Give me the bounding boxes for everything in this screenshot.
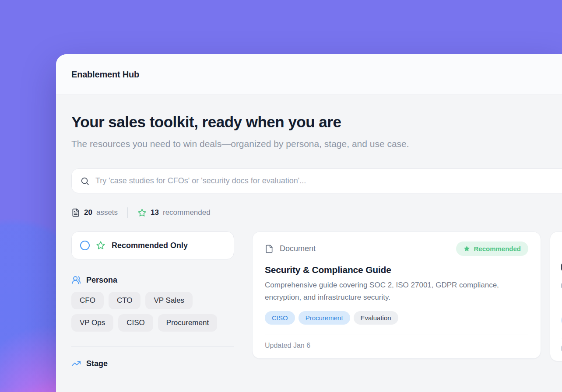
recommended-badge-label: Recommended — [474, 245, 521, 252]
tag-ciso: CISO — [265, 311, 295, 325]
enablement-hub-panel: Enablement Hub Your sales toolkit, ready… — [56, 54, 562, 392]
card-type: Document — [265, 244, 316, 253]
recommended-badge: Recommended — [456, 242, 528, 256]
stage-section-label: Stage — [86, 359, 108, 368]
card-title: Security & Compliance Guide — [265, 265, 528, 275]
search-bar[interactable] — [71, 168, 562, 193]
card-tags: CISO Procurement Evaluation — [265, 311, 528, 325]
trending-up-icon — [71, 359, 81, 368]
recommended-only-label: Recommended Only — [112, 241, 188, 250]
content-area: Recommended Only Persona CFO CTO VP Sale… — [71, 231, 562, 368]
card-description: Comprehensive guide covering SOC 2, ISO … — [265, 279, 524, 304]
filter-sidebar: Recommended Only Persona CFO CTO VP Sale… — [71, 231, 234, 368]
stage-section-header: Stage — [71, 359, 234, 368]
page-subtitle: The resources you need to win deals—orga… — [71, 135, 413, 153]
persona-chip-cfo[interactable]: CFO — [71, 292, 104, 309]
panel-header: Enablement Hub — [56, 54, 562, 95]
search-icon — [80, 176, 90, 186]
assets-count: 20 — [84, 208, 92, 217]
recommended-only-toggle[interactable]: Recommended Only — [71, 231, 234, 259]
sidebar-divider — [71, 346, 234, 346]
star-icon — [96, 241, 105, 250]
card-type-label: Document — [280, 244, 316, 253]
stats-divider — [127, 207, 128, 218]
tag-procurement: Procurement — [299, 311, 350, 325]
card-updated-date: Updated Jan 6 — [265, 342, 528, 350]
persona-chip-procurement[interactable]: Procurement — [158, 314, 217, 332]
persona-chips: CFO CTO VP Sales VP Ops CISO Procurement — [71, 292, 234, 332]
asset-card-security-compliance-guide[interactable]: Document Recommended Security & Complian… — [252, 231, 541, 359]
search-input[interactable] — [95, 176, 562, 186]
stats-row: 20 assets 13 recommended — [71, 207, 562, 218]
panel-body: Your sales toolkit, ready when you are T… — [56, 113, 562, 368]
app-title: Enablement Hub — [71, 70, 139, 80]
page-title: Your sales toolkit, ready when you are — [71, 113, 562, 131]
tag-evaluation: Evaluation — [354, 311, 398, 325]
star-filled-icon — [464, 245, 470, 252]
assets-stat: 20 assets — [71, 208, 118, 217]
persona-section-header: Persona — [71, 275, 234, 285]
recommended-label: recommended — [163, 208, 211, 217]
users-icon — [71, 275, 81, 285]
persona-section-label: Persona — [86, 276, 117, 285]
card-header-row: Document Recommended — [265, 242, 528, 256]
persona-chip-vp-sales[interactable]: VP Sales — [145, 292, 193, 309]
radio-circle-icon[interactable] — [80, 241, 90, 250]
card-divider — [265, 335, 528, 335]
asset-cards-row: Document Recommended Security & Complian… — [252, 231, 562, 361]
file-icon — [265, 245, 274, 253]
asset-card-partial[interactable] — [550, 231, 562, 361]
assets-label: assets — [96, 208, 118, 217]
persona-chip-ciso[interactable]: CISO — [118, 314, 153, 332]
file-text-icon — [71, 208, 80, 217]
persona-chip-vp-ops[interactable]: VP Ops — [71, 314, 113, 332]
persona-chip-cto[interactable]: CTO — [109, 292, 141, 309]
recommended-stat: 13 recommended — [137, 208, 211, 217]
star-icon — [137, 208, 147, 217]
recommended-count: 13 — [151, 208, 159, 217]
